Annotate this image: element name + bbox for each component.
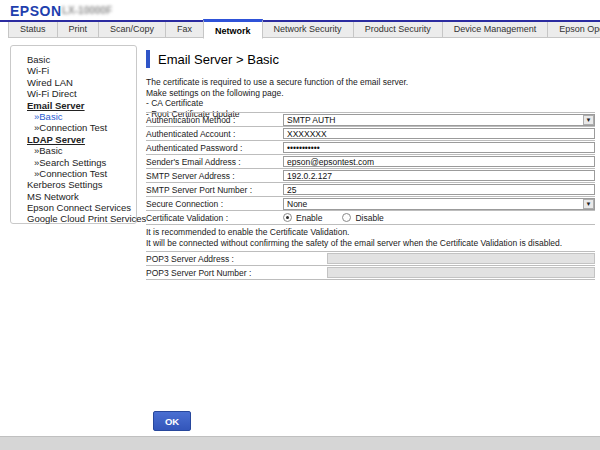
sidebar-section-email-server[interactable]: Email Server xyxy=(11,100,136,111)
footer-bar xyxy=(0,436,600,450)
sidebar-item-wifi[interactable]: Wi-Fi xyxy=(11,65,136,76)
description-line: Make settings on the following page. xyxy=(146,88,408,99)
description-line: The certificate is required to use a sec… xyxy=(146,77,408,88)
radio-label: Enable xyxy=(296,213,322,223)
chevron-down-icon: ▼ xyxy=(583,199,594,209)
form-bottom-border xyxy=(146,279,595,280)
pop3-server-port-input xyxy=(327,267,595,278)
certificate-validation-disable-radio[interactable]: Disable xyxy=(342,213,383,223)
field-label: POP3 Server Port Number : xyxy=(146,268,327,278)
sidebar-item-ldap-basic[interactable]: »Basic xyxy=(11,145,136,156)
sidebar-item-email-server-connection-test[interactable]: »Connection Test xyxy=(11,122,136,133)
sidebar-item-ldap-connection-test[interactable]: »Connection Test xyxy=(11,168,136,179)
tab-epson-open-platform[interactable]: Epson Open Platform xyxy=(547,22,600,38)
tab-network[interactable]: Network xyxy=(203,19,263,39)
field-label: Authenticated Password : xyxy=(146,143,283,153)
selected-value: None xyxy=(284,199,307,209)
secure-connection-select[interactable]: None ▼ xyxy=(283,198,595,210)
page-title: Email Server > Basic xyxy=(158,52,279,67)
note-line: It is recommended to enable the Certific… xyxy=(146,227,595,238)
certificate-validation-enable-radio[interactable]: Enable xyxy=(283,213,322,223)
selected-value: SMTP AUTH xyxy=(284,115,336,125)
sidebar-item-ldap-search-settings[interactable]: »Search Settings xyxy=(11,157,136,168)
field-label: SMTP Server Address : xyxy=(146,171,283,181)
form-row-certificate-validation: Certificate Validation : Enable Disable xyxy=(146,210,595,224)
form-row-pop3-server-address: POP3 Server Address : xyxy=(146,251,595,265)
senders-email-address-input[interactable] xyxy=(283,156,595,167)
sidebar: Basic Wi-Fi Wired LAN Wi-Fi Direct Email… xyxy=(10,45,137,224)
authenticated-account-input[interactable] xyxy=(283,128,595,139)
model-name: LX-10000F xyxy=(62,5,112,16)
email-server-form: Authentication Method : SMTP AUTH ▼ Auth… xyxy=(146,112,595,280)
form-row-authenticated-account: Authenticated Account : xyxy=(146,126,595,140)
form-row-authentication-method: Authentication Method : SMTP AUTH ▼ xyxy=(146,112,595,126)
web-config-page: EPSON LX-10000F Status Print Scan/Copy F… xyxy=(0,0,600,450)
tab-status[interactable]: Status xyxy=(8,22,58,38)
form-row-authenticated-password: Authenticated Password : xyxy=(146,140,595,154)
header: EPSON LX-10000F xyxy=(0,0,600,20)
page-title-block: Email Server > Basic xyxy=(146,50,279,68)
pop3-server-address-input xyxy=(327,253,595,264)
tab-scan-copy[interactable]: Scan/Copy xyxy=(98,22,166,38)
certificate-validation-radio-group: Enable Disable xyxy=(283,213,384,223)
tab-product-security[interactable]: Product Security xyxy=(353,22,443,38)
authentication-method-select[interactable]: SMTP AUTH ▼ xyxy=(283,114,595,126)
radio-selected-icon xyxy=(283,213,292,222)
form-row-pop3-server-port: POP3 Server Port Number : xyxy=(146,265,595,279)
sidebar-item-epson-connect-services[interactable]: Epson Connect Services xyxy=(11,202,136,213)
sidebar-section-ldap-server[interactable]: LDAP Server xyxy=(11,134,136,145)
title-accent-bar xyxy=(146,50,150,68)
field-label: Sender's Email Address : xyxy=(146,157,283,167)
smtp-server-address-input[interactable] xyxy=(283,170,595,181)
field-label: Certificate Validation : xyxy=(146,213,283,223)
sidebar-item-google-cloud-print-services[interactable]: Google Cloud Print Services xyxy=(11,213,136,224)
tab-bar: Status Print Scan/Copy Fax Network Netwo… xyxy=(0,22,600,39)
authenticated-password-input[interactable] xyxy=(283,142,595,153)
smtp-server-port-input[interactable] xyxy=(283,184,595,195)
sidebar-item-wifi-direct[interactable]: Wi-Fi Direct xyxy=(11,88,136,99)
field-label: SMTP Server Port Number : xyxy=(146,185,283,195)
radio-label: Disable xyxy=(355,213,383,223)
ok-button[interactable]: OK xyxy=(153,411,191,431)
epson-logo: EPSON xyxy=(10,3,62,19)
note-line: It will be connected without confirming … xyxy=(146,238,595,249)
certificate-validation-note: It is recommended to enable the Certific… xyxy=(146,224,595,251)
tab-fax[interactable]: Fax xyxy=(165,22,204,38)
chevron-down-icon: ▼ xyxy=(583,115,594,125)
tab-device-management[interactable]: Device Management xyxy=(442,22,549,38)
sidebar-item-kerberos-settings[interactable]: Kerberos Settings xyxy=(11,179,136,190)
sidebar-item-ms-network[interactable]: MS Network xyxy=(11,191,136,202)
description-line: - CA Certificate xyxy=(146,98,408,109)
field-label: POP3 Server Address : xyxy=(146,254,327,264)
tab-network-security[interactable]: Network Security xyxy=(262,22,354,38)
tab-print[interactable]: Print xyxy=(57,22,100,38)
form-row-secure-connection: Secure Connection : None ▼ xyxy=(146,196,595,210)
form-row-smtp-server-port: SMTP Server Port Number : xyxy=(146,182,595,196)
field-label: Secure Connection : xyxy=(146,199,283,209)
field-label: Authentication Method : xyxy=(146,115,283,125)
sidebar-item-basic[interactable]: Basic xyxy=(11,54,136,65)
radio-unselected-icon xyxy=(342,213,351,222)
sidebar-item-wired-lan[interactable]: Wired LAN xyxy=(11,77,136,88)
form-row-smtp-server-address: SMTP Server Address : xyxy=(146,168,595,182)
field-label: Authenticated Account : xyxy=(146,129,283,139)
sidebar-item-email-server-basic[interactable]: »Basic xyxy=(11,111,136,122)
form-row-senders-email-address: Sender's Email Address : xyxy=(146,154,595,168)
